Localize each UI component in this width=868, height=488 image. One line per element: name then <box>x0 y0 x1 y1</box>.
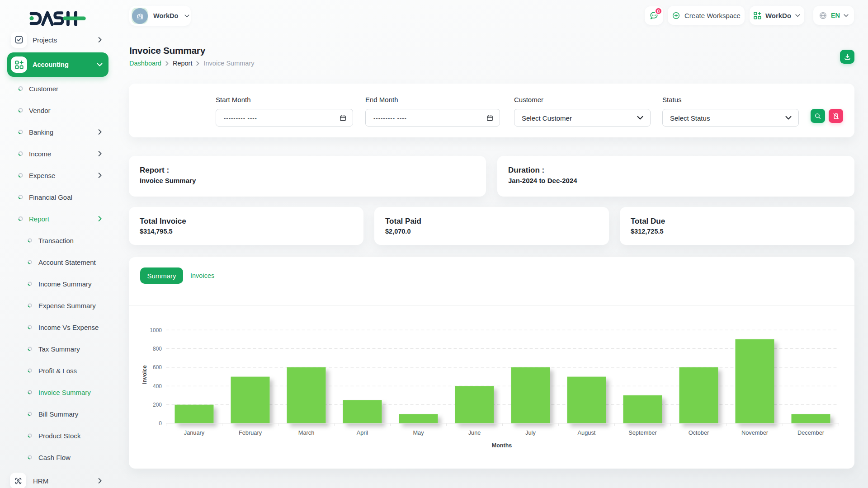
svg-text:July: July <box>525 429 536 436</box>
svg-text:November: November <box>741 429 769 436</box>
svg-text:April: April <box>357 429 368 436</box>
svg-text:February: February <box>239 429 262 436</box>
svg-text:800: 800 <box>153 346 162 352</box>
svg-text:Invoice: Invoice <box>142 365 148 384</box>
svg-text:May: May <box>413 429 424 436</box>
svg-text:Months: Months <box>492 442 512 449</box>
svg-text:0: 0 <box>159 420 162 427</box>
svg-text:400: 400 <box>153 383 162 389</box>
svg-text:September: September <box>628 429 657 436</box>
svg-text:1000: 1000 <box>150 327 162 333</box>
svg-text:August: August <box>578 429 596 436</box>
svg-text:October: October <box>689 429 709 436</box>
svg-text:December: December <box>797 429 825 436</box>
svg-text:200: 200 <box>153 402 162 408</box>
svg-text:600: 600 <box>153 364 162 371</box>
svg-text:January: January <box>184 429 205 436</box>
svg-text:March: March <box>298 429 315 436</box>
svg-text:June: June <box>468 429 481 436</box>
